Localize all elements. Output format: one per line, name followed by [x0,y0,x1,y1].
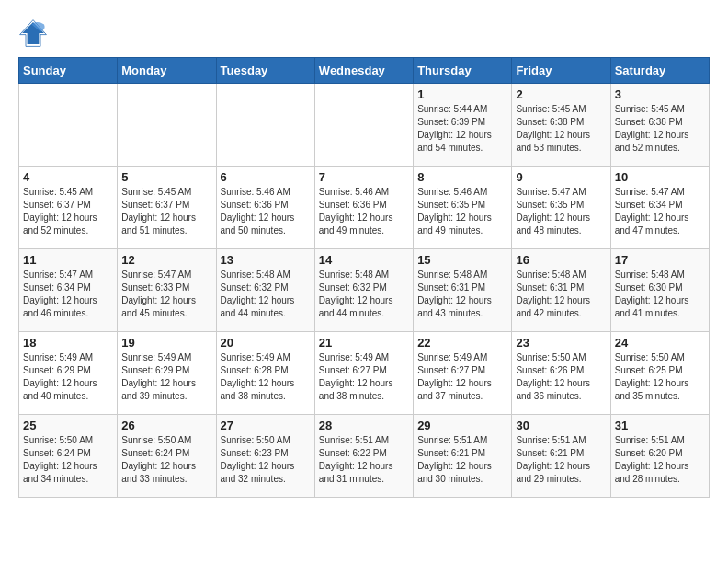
week-row-4: 18Sunrise: 5:49 AM Sunset: 6:29 PM Dayli… [19,332,710,415]
day-number: 23 [516,336,606,350]
calendar-cell [19,84,118,167]
calendar-cell: 18Sunrise: 5:49 AM Sunset: 6:29 PM Dayli… [19,332,118,415]
logo-icon [18,18,48,48]
day-info: Sunrise: 5:46 AM Sunset: 6:36 PM Dayligh… [319,186,409,237]
day-number: 31 [615,419,705,432]
day-of-week-wednesday: Wednesday [314,58,413,84]
day-of-week-thursday: Thursday [414,58,512,84]
day-info: Sunrise: 5:47 AM Sunset: 6:34 PM Dayligh… [23,269,113,320]
day-info: Sunrise: 5:45 AM Sunset: 6:38 PM Dayligh… [615,103,705,155]
day-number: 4 [23,170,113,184]
day-number: 5 [121,170,211,184]
day-info: Sunrise: 5:49 AM Sunset: 6:27 PM Dayligh… [417,351,507,403]
day-of-week-sunday: Sunday [19,58,118,84]
calendar-cell: 8Sunrise: 5:46 AM Sunset: 6:35 PM Daylig… [414,167,512,249]
calendar-body: 1Sunrise: 5:44 AM Sunset: 6:39 PM Daylig… [19,84,710,498]
day-number: 17 [615,253,705,267]
calendar-cell: 24Sunrise: 5:50 AM Sunset: 6:25 PM Dayli… [610,332,709,415]
day-info: Sunrise: 5:47 AM Sunset: 6:35 PM Dayligh… [516,186,606,237]
week-row-1: 1Sunrise: 5:44 AM Sunset: 6:39 PM Daylig… [19,84,710,167]
day-info: Sunrise: 5:51 AM Sunset: 6:22 PM Dayligh… [319,434,409,486]
calendar-header: SundayMondayTuesdayWednesdayThursdayFrid… [19,58,710,84]
day-number: 7 [319,170,409,184]
day-info: Sunrise: 5:47 AM Sunset: 6:34 PM Dayligh… [615,186,705,237]
calendar-cell: 11Sunrise: 5:47 AM Sunset: 6:34 PM Dayli… [19,249,118,332]
day-number: 3 [615,87,705,101]
day-number: 11 [23,253,113,267]
calendar-cell: 12Sunrise: 5:47 AM Sunset: 6:33 PM Dayli… [118,249,216,332]
calendar-cell: 29Sunrise: 5:51 AM Sunset: 6:21 PM Dayli… [414,415,512,498]
calendar-cell: 2Sunrise: 5:45 AM Sunset: 6:38 PM Daylig… [512,84,610,167]
calendar-cell: 16Sunrise: 5:48 AM Sunset: 6:31 PM Dayli… [512,249,610,332]
day-info: Sunrise: 5:49 AM Sunset: 6:27 PM Dayligh… [319,351,409,403]
week-row-2: 4Sunrise: 5:45 AM Sunset: 6:37 PM Daylig… [19,167,710,249]
day-info: Sunrise: 5:47 AM Sunset: 6:33 PM Dayligh… [121,269,211,320]
day-number: 15 [417,253,507,267]
day-of-week-friday: Friday [512,58,610,84]
day-number: 19 [121,336,211,350]
day-number: 12 [121,253,211,267]
day-info: Sunrise: 5:44 AM Sunset: 6:39 PM Dayligh… [417,103,507,155]
day-info: Sunrise: 5:48 AM Sunset: 6:31 PM Dayligh… [516,269,606,320]
day-number: 24 [615,336,705,350]
day-info: Sunrise: 5:51 AM Sunset: 6:21 PM Dayligh… [516,434,606,486]
day-number: 1 [417,87,507,101]
day-number: 25 [23,419,113,432]
day-info: Sunrise: 5:50 AM Sunset: 6:23 PM Dayligh… [221,434,311,486]
day-number: 20 [221,336,311,350]
day-of-week-saturday: Saturday [610,58,709,84]
day-number: 9 [516,170,606,184]
calendar-cell: 28Sunrise: 5:51 AM Sunset: 6:22 PM Dayli… [314,415,413,498]
day-number: 28 [319,419,409,432]
calendar-cell: 17Sunrise: 5:48 AM Sunset: 6:30 PM Dayli… [610,249,709,332]
day-info: Sunrise: 5:49 AM Sunset: 6:29 PM Dayligh… [121,351,211,403]
day-info: Sunrise: 5:49 AM Sunset: 6:29 PM Dayligh… [23,351,113,403]
day-info: Sunrise: 5:48 AM Sunset: 6:31 PM Dayligh… [417,269,507,320]
calendar-cell: 14Sunrise: 5:48 AM Sunset: 6:32 PM Dayli… [314,249,413,332]
day-number: 16 [516,253,606,267]
calendar-cell: 9Sunrise: 5:47 AM Sunset: 6:35 PM Daylig… [512,167,610,249]
calendar-cell: 4Sunrise: 5:45 AM Sunset: 6:37 PM Daylig… [19,167,118,249]
day-info: Sunrise: 5:46 AM Sunset: 6:35 PM Dayligh… [417,186,507,237]
day-number: 13 [221,253,311,267]
day-number: 14 [319,253,409,267]
day-info: Sunrise: 5:49 AM Sunset: 6:28 PM Dayligh… [221,351,311,403]
calendar-cell: 19Sunrise: 5:49 AM Sunset: 6:29 PM Dayli… [118,332,216,415]
day-info: Sunrise: 5:45 AM Sunset: 6:37 PM Dayligh… [121,186,211,237]
day-info: Sunrise: 5:46 AM Sunset: 6:36 PM Dayligh… [221,186,311,237]
calendar-cell [314,84,413,167]
day-info: Sunrise: 5:50 AM Sunset: 6:24 PM Dayligh… [121,434,211,486]
day-number: 10 [615,170,705,184]
week-row-3: 11Sunrise: 5:47 AM Sunset: 6:34 PM Dayli… [19,249,710,332]
day-info: Sunrise: 5:45 AM Sunset: 6:37 PM Dayligh… [23,186,113,237]
day-info: Sunrise: 5:51 AM Sunset: 6:20 PM Dayligh… [615,434,705,486]
day-info: Sunrise: 5:48 AM Sunset: 6:32 PM Dayligh… [319,269,409,320]
days-of-week-row: SundayMondayTuesdayWednesdayThursdayFrid… [19,58,710,84]
calendar-cell: 23Sunrise: 5:50 AM Sunset: 6:26 PM Dayli… [512,332,610,415]
logo [18,18,51,48]
calendar-cell: 5Sunrise: 5:45 AM Sunset: 6:37 PM Daylig… [118,167,216,249]
calendar-cell: 20Sunrise: 5:49 AM Sunset: 6:28 PM Dayli… [216,332,314,415]
page-header [18,18,710,48]
calendar-cell: 13Sunrise: 5:48 AM Sunset: 6:32 PM Dayli… [216,249,314,332]
day-of-week-tuesday: Tuesday [216,58,314,84]
calendar-cell: 30Sunrise: 5:51 AM Sunset: 6:21 PM Dayli… [512,415,610,498]
calendar-cell: 31Sunrise: 5:51 AM Sunset: 6:20 PM Dayli… [610,415,709,498]
day-number: 2 [516,87,606,101]
day-number: 8 [417,170,507,184]
day-number: 18 [23,336,113,350]
day-info: Sunrise: 5:48 AM Sunset: 6:32 PM Dayligh… [221,269,311,320]
calendar-cell: 10Sunrise: 5:47 AM Sunset: 6:34 PM Dayli… [610,167,709,249]
day-info: Sunrise: 5:45 AM Sunset: 6:38 PM Dayligh… [516,103,606,155]
calendar-cell: 25Sunrise: 5:50 AM Sunset: 6:24 PM Dayli… [19,415,118,498]
calendar-cell: 26Sunrise: 5:50 AM Sunset: 6:24 PM Dayli… [118,415,216,498]
calendar-cell: 22Sunrise: 5:49 AM Sunset: 6:27 PM Dayli… [414,332,512,415]
day-info: Sunrise: 5:48 AM Sunset: 6:30 PM Dayligh… [615,269,705,320]
day-number: 30 [516,419,606,432]
day-of-week-monday: Monday [118,58,216,84]
day-info: Sunrise: 5:50 AM Sunset: 6:25 PM Dayligh… [615,351,705,403]
day-number: 22 [417,336,507,350]
calendar-table: SundayMondayTuesdayWednesdayThursdayFrid… [18,57,710,498]
day-info: Sunrise: 5:50 AM Sunset: 6:24 PM Dayligh… [23,434,113,486]
day-info: Sunrise: 5:51 AM Sunset: 6:21 PM Dayligh… [417,434,507,486]
